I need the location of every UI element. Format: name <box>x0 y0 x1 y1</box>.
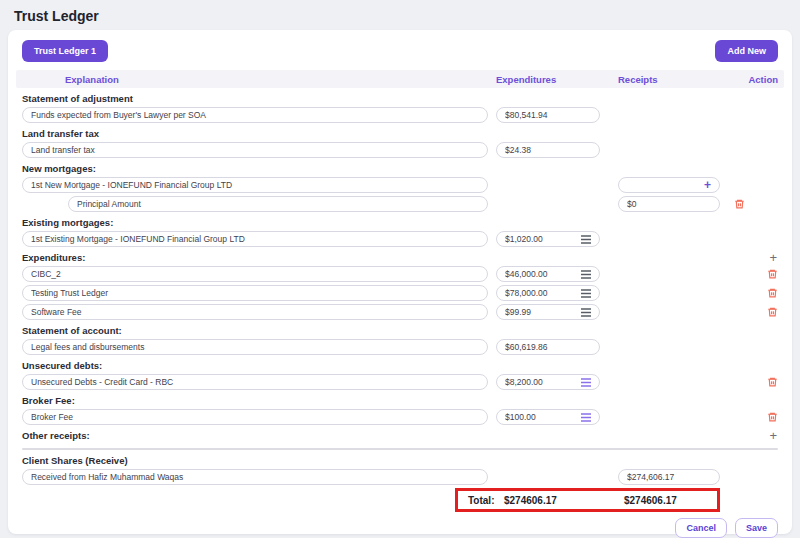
section-header-row: Statement of account: <box>22 324 778 337</box>
receipt-field-value: $274,606.17 <box>627 472 711 482</box>
expenditure-field-value: $100.00 <box>505 412 581 422</box>
trash-icon[interactable] <box>767 411 778 423</box>
explanation-field-value: Software Fee <box>31 307 479 317</box>
expenditure-field[interactable]: $100.00 <box>496 409 600 425</box>
receipt-add-field[interactable]: + <box>618 177 720 193</box>
explanation-field[interactable]: CIBC_2 <box>22 266 488 282</box>
explanation-cell: Testing Trust Ledger <box>22 285 488 301</box>
list-lines-icon[interactable] <box>581 270 591 279</box>
explanation-cell: Land transfer tax <box>22 142 488 158</box>
explanation-cell: 1st Existing Mortgage - IONEFUND Financi… <box>22 231 488 247</box>
expenditure-field[interactable]: $8,200.00 <box>496 374 600 390</box>
section-label: Unsecured debts: <box>22 360 102 371</box>
trash-icon[interactable] <box>734 198 745 210</box>
save-button[interactable]: Save <box>735 518 778 538</box>
header-expenditures: Expenditures <box>496 74 600 85</box>
action-cell <box>720 376 778 388</box>
list-lines-icon[interactable] <box>581 289 591 298</box>
section-label: New mortgages: <box>22 163 96 174</box>
explanation-field-value: 1st New Mortgage - IONEFUND Financial Gr… <box>31 180 479 190</box>
expenditure-field-value: $1,020.00 <box>505 234 581 244</box>
table-header-row: Explanation Expenditures Receipts Action <box>16 70 784 88</box>
expenditure-field[interactable]: $80,541.94 <box>496 107 600 123</box>
expenditure-field-value: $80,541.94 <box>505 110 591 120</box>
ledger-row: CIBC_2$46,000.00 <box>22 266 778 282</box>
explanation-cell: Legal fees and disbursements <box>22 339 488 355</box>
section-header-row: Broker Fee: <box>22 394 778 407</box>
action-cell <box>720 268 778 280</box>
total-wrap: Total: $274606.17 $274606.17 <box>16 488 784 512</box>
page-title: Trust Ledger <box>0 0 800 30</box>
explanation-cell: Received from Hafiz Muhammad Waqas <box>22 469 488 485</box>
list-lines-icon[interactable] <box>581 308 591 317</box>
trash-icon[interactable] <box>767 306 778 318</box>
total-receipts: $274606.17 <box>624 495 677 506</box>
ledger-row: Software Fee$99.99 <box>22 304 778 320</box>
explanation-field[interactable]: Land transfer tax <box>22 142 488 158</box>
explanation-field[interactable]: Funds expected from Buyer's Lawyer per S… <box>22 107 488 123</box>
header-receipts: Receipts <box>618 74 720 85</box>
expenditure-field[interactable]: $78,000.00 <box>496 285 600 301</box>
explanation-field-value: Funds expected from Buyer's Lawyer per S… <box>31 110 479 120</box>
receipt-cell: $0 <box>618 196 720 212</box>
expenditure-cell: $24.38 <box>496 142 600 158</box>
ledger-body: Statement of adjustmentFunds expected fr… <box>16 92 784 485</box>
expenditure-field[interactable]: $24.38 <box>496 142 600 158</box>
list-lines-icon[interactable] <box>581 413 591 422</box>
toolbar: Trust Ledger 1 Add New <box>16 36 784 70</box>
add-new-button[interactable]: Add New <box>715 40 778 62</box>
list-lines-icon[interactable] <box>581 378 591 387</box>
explanation-field[interactable]: Testing Trust Ledger <box>22 285 488 301</box>
trash-icon[interactable] <box>767 268 778 280</box>
explanation-field[interactable]: 1st New Mortgage - IONEFUND Financial Gr… <box>22 177 488 193</box>
explanation-field[interactable]: Broker Fee <box>22 409 488 425</box>
trash-icon[interactable] <box>767 287 778 299</box>
section-header-row: Existing mortgages: <box>22 216 778 229</box>
section-label: Statement of adjustment <box>22 93 133 104</box>
explanation-field[interactable]: Principal Amount <box>68 196 488 212</box>
expenditure-field[interactable]: $60,619.86 <box>496 339 600 355</box>
section-label: Expenditures: <box>22 252 85 263</box>
explanation-field-value: Testing Trust Ledger <box>31 288 479 298</box>
plus-icon[interactable]: + <box>704 178 711 192</box>
explanation-field-value: Legal fees and disbursements <box>31 342 479 352</box>
receipt-field[interactable]: $274,606.17 <box>618 469 720 485</box>
expenditure-field-value: $99.99 <box>505 307 581 317</box>
explanation-field-value: CIBC_2 <box>31 269 479 279</box>
explanation-field[interactable]: Received from Hafiz Muhammad Waqas <box>22 469 488 485</box>
explanation-field[interactable]: Software Fee <box>22 304 488 320</box>
ledger-row: Unsecured Debts - Credit Card - RBC$8,20… <box>22 374 778 390</box>
add-row-plus-icon[interactable]: + <box>768 429 778 442</box>
ledger-row: 1st New Mortgage - IONEFUND Financial Gr… <box>22 177 778 193</box>
section-label: Land transfer tax <box>22 128 99 139</box>
trust-ledger-card: Trust Ledger 1 Add New Explanation Expen… <box>8 30 792 534</box>
explanation-cell: Funds expected from Buyer's Lawyer per S… <box>22 107 488 123</box>
explanation-field-value: 1st Existing Mortgage - IONEFUND Financi… <box>31 234 479 244</box>
action-cell <box>720 287 778 299</box>
action-cell <box>720 306 778 318</box>
receipt-field[interactable]: $0 <box>618 196 720 212</box>
explanation-field[interactable]: 1st Existing Mortgage - IONEFUND Financi… <box>22 231 488 247</box>
cancel-button[interactable]: Cancel <box>675 518 727 538</box>
expenditure-field[interactable]: $46,000.00 <box>496 266 600 282</box>
expenditure-field-value: $78,000.00 <box>505 288 581 298</box>
expenditure-field[interactable]: $1,020.00 <box>496 231 600 247</box>
header-action: Action <box>720 74 778 85</box>
section-label: Other receipts: <box>22 430 90 441</box>
explanation-cell: Software Fee <box>22 304 488 320</box>
trash-icon[interactable] <box>767 376 778 388</box>
explanation-field-value: Unsecured Debts - Credit Card - RBC <box>31 377 479 387</box>
explanation-cell: 1st New Mortgage - IONEFUND Financial Gr… <box>22 177 488 193</box>
tab-trust-ledger-1[interactable]: Trust Ledger 1 <box>22 40 108 62</box>
expenditure-field-value: $8,200.00 <box>505 377 581 387</box>
section-divider <box>22 448 778 450</box>
explanation-field-value: Principal Amount <box>77 199 479 209</box>
ledger-row: Funds expected from Buyer's Lawyer per S… <box>22 107 778 123</box>
list-lines-icon[interactable] <box>581 235 591 244</box>
add-row-plus-icon[interactable]: + <box>768 251 778 264</box>
expenditure-field[interactable]: $99.99 <box>496 304 600 320</box>
explanation-cell: Broker Fee <box>22 409 488 425</box>
expenditure-cell: $99.99 <box>496 304 600 320</box>
explanation-field[interactable]: Unsecured Debts - Credit Card - RBC <box>22 374 488 390</box>
explanation-field[interactable]: Legal fees and disbursements <box>22 339 488 355</box>
